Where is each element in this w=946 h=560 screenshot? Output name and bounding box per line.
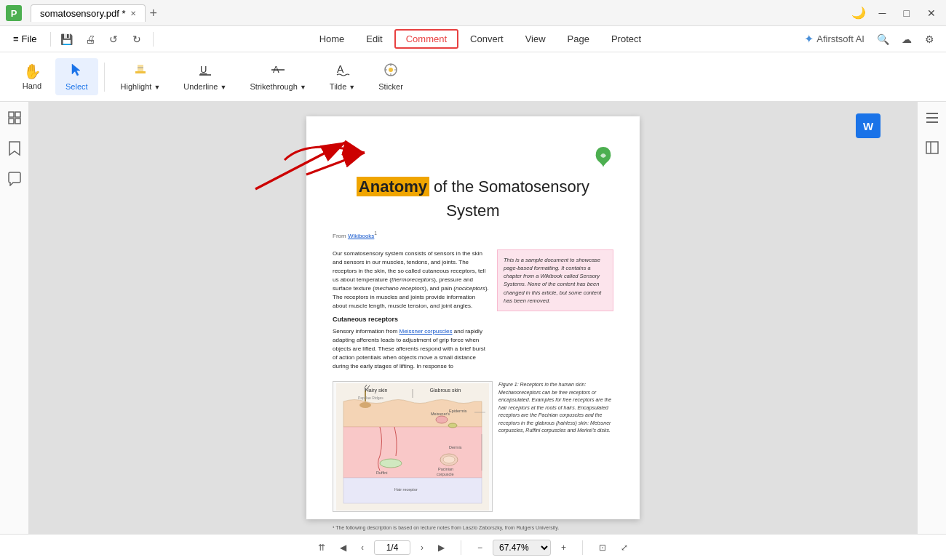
svg-point-27 [448,423,457,428]
svg-point-25 [436,416,448,423]
nav-home[interactable]: Home [309,31,355,47]
meissner-link[interactable]: Meissner corpuscles [400,328,453,335]
go-prev-button[interactable]: ‹ [357,540,368,555]
svg-rect-12 [15,112,20,117]
afirstsoft-ai[interactable]: ✦ Afirstsoft AI [804,32,864,46]
app-logo-icon: P [6,5,22,21]
tilde-tool-button[interactable]: A Tilde ▼ [319,58,365,95]
bookmark-icon[interactable] [8,140,21,160]
svg-point-32 [380,459,402,468]
nav-view[interactable]: View [515,31,556,47]
svg-rect-45 [926,117,938,119]
select-label: Select [65,82,88,91]
panel-icon[interactable] [925,140,939,159]
go-next-button[interactable]: › [416,540,428,555]
ai-label: Afirstsoft AI [816,33,864,44]
page-input[interactable] [374,540,410,555]
hand-label: Hand [23,81,41,90]
zoom-in-button[interactable]: + [557,540,571,555]
pink-box-text: This is a sample document to showcase pa… [504,257,601,304]
title-highlight: Anatomy [357,177,429,196]
from-text: From [333,233,346,239]
settings-button[interactable]: ⚙ [920,29,940,49]
toolbar: ✋ Hand Select Highlight ▼ U Underline [0,52,946,102]
print-button[interactable]: 🖨 [80,29,100,49]
maximize-button[interactable]: □ [899,4,914,22]
comment-icon[interactable] [7,172,22,190]
main-text: Our somatosensory system consists of sen… [333,249,490,376]
tab-close-icon[interactable]: ✕ [130,9,136,17]
go-prev-prev-button[interactable]: ◀ [335,540,351,555]
zoom-select[interactable]: 67.47% 50% 75% 100% 125% 150% [493,540,551,556]
zoom-out-button[interactable]: − [473,540,487,555]
file-menu[interactable]: ≡ File [6,31,44,47]
svg-rect-13 [9,119,14,124]
sticker-tool-button[interactable]: Sticker [368,58,413,95]
fullscreen-button[interactable]: ⤢ [616,540,632,555]
nav-items: Home Edit Comment Convert View Page Prot… [309,29,652,49]
underline-tool-button[interactable]: U Underline ▼ [173,58,236,95]
title-rest: of the Somatosensory System [434,177,589,220]
go-first-button[interactable]: ⇈ [314,540,330,555]
sticker-icon [383,63,398,79]
new-tab-button[interactable]: + [150,7,158,20]
right-sidebar [917,102,946,534]
tilde-label: Tilde ▼ [330,82,355,91]
footnote: ¹ The following description is based on … [333,521,613,532]
minimize-button[interactable]: ─ [875,4,891,22]
svg-text:Ruffini: Ruffini [376,471,388,475]
search-button[interactable]: 🔍 [873,29,894,49]
close-button[interactable]: ✕ [923,4,940,22]
select-icon [69,63,84,79]
svg-rect-47 [926,142,938,153]
word-icon: W [863,120,873,132]
nav-protect[interactable]: Protect [601,31,651,47]
properties-icon[interactable] [925,111,939,129]
svg-text:A: A [337,63,344,75]
from-line: From Wikibooks1 [333,230,613,241]
wikibooks-link[interactable]: Wikibooks [348,233,374,239]
svg-text:Epidermis: Epidermis [449,409,467,413]
svg-text:Pacinian: Pacinian [438,467,453,471]
underline-label: Underline ▼ [183,82,226,91]
page-logo [333,145,613,169]
left-sidebar [0,102,29,534]
highlight-tool-button[interactable]: Highlight ▼ [111,58,171,95]
current-tab[interactable]: somatosensory.pdf * ✕ [31,4,146,22]
nav-convert[interactable]: Convert [460,31,514,47]
svg-text:Meissner's: Meissner's [431,412,450,416]
pdf-area[interactable]: Anatomy of the Somatosensory System From… [29,102,917,534]
theme-toggle-icon[interactable]: 🌙 [851,6,866,20]
svg-text:U: U [200,64,207,75]
svg-rect-14 [15,119,20,124]
svg-text:Glabrous skin: Glabrous skin [430,388,461,393]
thumbnail-icon[interactable] [7,111,22,129]
svg-text:Hairy skin: Hairy skin [365,388,388,393]
svg-rect-46 [926,121,938,123]
titlebar-left: P somatosensory.pdf * ✕ + [6,4,157,22]
cloud-button[interactable]: ☁ [897,29,917,49]
fit-page-button[interactable]: ⊡ [595,540,611,555]
menu-icon: ≡ [13,33,19,44]
svg-point-23 [359,402,371,408]
go-next-next-button[interactable]: ▶ [434,540,449,555]
undo-button[interactable]: ↺ [103,29,124,49]
nav-page[interactable]: Page [557,31,600,47]
nav-edit[interactable]: Edit [356,31,392,47]
redo-button[interactable]: ↻ [127,29,147,49]
svg-text:Papillae Ridges: Papillae Ridges [358,396,383,400]
skin-diagram-svg: Hairy skin Glabrous skin [336,383,489,511]
word-export-button[interactable]: W [856,113,881,138]
intro-paragraph: Our somatosensory system consists of sen… [333,249,490,311]
nav-comment[interactable]: Comment [394,29,458,49]
skin-diagram: Hairy skin Glabrous skin [333,381,493,512]
tab-label: somatosensory.pdf * [40,8,126,19]
svg-rect-2 [135,71,146,73]
figure-caption: Figure 1: Receptors in the human skin: M… [498,381,613,512]
strikethrough-tool-button[interactable]: A Strikethrough ▼ [239,58,316,95]
toolbar-extras: W [856,113,881,138]
hand-tool-button[interactable]: ✋ Hand [12,60,52,95]
svg-point-29 [443,456,455,463]
select-tool-button[interactable]: Select [55,58,98,95]
save-button[interactable]: 💾 [57,29,77,49]
